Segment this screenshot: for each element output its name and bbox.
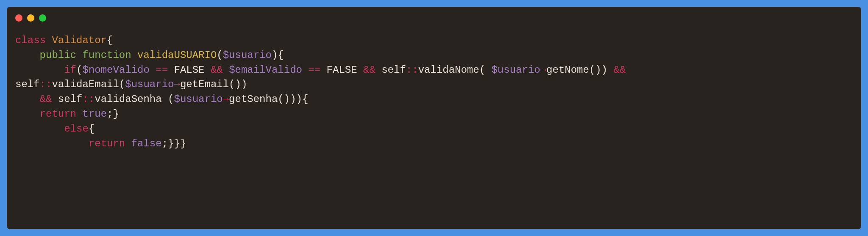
code-token (15, 93, 40, 105)
code-token: $usuario (174, 93, 223, 105)
code-token: :: (406, 64, 418, 76)
code-token: self (58, 93, 83, 105)
code-token: { (107, 35, 113, 46)
code-token (15, 123, 64, 134)
code-token (15, 64, 64, 76)
code-token: ){ (272, 49, 284, 61)
code-token: FALSE (327, 64, 363, 76)
code-token: :: (82, 93, 95, 105)
code-token: if (64, 64, 76, 76)
code-token: class (15, 35, 52, 46)
code-token: self (381, 64, 406, 76)
code-token: $nomeValido (82, 64, 156, 76)
code-token: && (40, 93, 58, 105)
code-token: function (82, 49, 137, 61)
code-line: && self::validaSenha ($usuario→getSenha(… (15, 92, 853, 107)
code-token: == (308, 64, 326, 76)
maximize-icon[interactable] (39, 14, 46, 22)
code-token: validaSenha ( (95, 93, 174, 105)
code-token: Validator (52, 35, 107, 46)
code-token: { (89, 123, 95, 134)
code-token (15, 108, 40, 120)
code-token: ( (76, 64, 82, 76)
code-token: getSenha())){ (229, 93, 308, 105)
code-line: return true;} (15, 107, 853, 122)
code-token: getNome()) (546, 64, 613, 76)
code-token: → (174, 79, 180, 90)
title-bar (7, 7, 861, 27)
code-token: → (223, 93, 229, 105)
code-token: :: (40, 79, 52, 90)
code-token: validaUSUARIO (137, 49, 217, 61)
code-token: → (540, 64, 546, 76)
code-token: return (89, 138, 131, 149)
code-token: $emailValido (229, 64, 308, 76)
code-token: $usuario (491, 64, 540, 76)
code-token: FALSE (174, 64, 210, 76)
code-token (15, 138, 89, 149)
code-token: $usuario (223, 49, 272, 61)
code-line: public function validaUSUARIO($usuario){ (15, 48, 853, 63)
code-line: self::validaEmail($usuario→getEmail()) (15, 77, 853, 92)
code-token: && (614, 64, 632, 76)
code-token: else (64, 123, 89, 134)
close-icon[interactable] (15, 14, 22, 22)
minimize-icon[interactable] (27, 14, 34, 22)
code-token: && (363, 64, 381, 76)
code-window: class Validator{ public function validaU… (7, 7, 861, 229)
code-token: true (82, 108, 107, 120)
code-token: public (40, 49, 83, 61)
code-token: false (131, 138, 162, 149)
code-line: return false;}}} (15, 137, 853, 151)
code-token: getEmail()) (180, 79, 247, 90)
code-token: $usuario (125, 79, 174, 90)
code-token: return (40, 108, 83, 120)
code-editor[interactable]: class Validator{ public function validaU… (7, 27, 861, 158)
code-token: validaNome( (418, 64, 492, 76)
code-token: ;} (107, 108, 119, 120)
code-token: == (156, 64, 174, 76)
code-token: validaEmail( (52, 79, 125, 90)
code-line: class Validator{ (15, 33, 853, 48)
code-token: ;}}} (162, 138, 186, 149)
code-token (15, 49, 40, 61)
code-line: else{ (15, 122, 853, 137)
code-token: && (211, 64, 229, 76)
code-token: self (15, 79, 40, 90)
code-token: ( (217, 49, 223, 61)
code-line: if($nomeValido == FALSE && $emailValido … (15, 63, 853, 78)
